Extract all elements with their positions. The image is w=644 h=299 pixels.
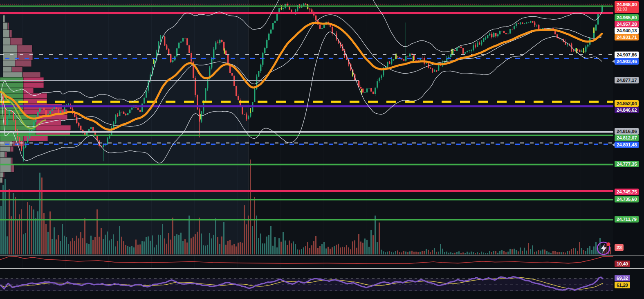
- lightning-icon: [596, 241, 612, 256]
- pane-separator: [0, 268, 644, 269]
- price-chart-canvas[interactable]: [0, 0, 644, 299]
- chart-root: 24.968,0001:0324.965,6024.957,2824.940,1…: [0, 0, 644, 299]
- pane-separator: [0, 255, 644, 256]
- lightning-alert-button[interactable]: [596, 241, 612, 256]
